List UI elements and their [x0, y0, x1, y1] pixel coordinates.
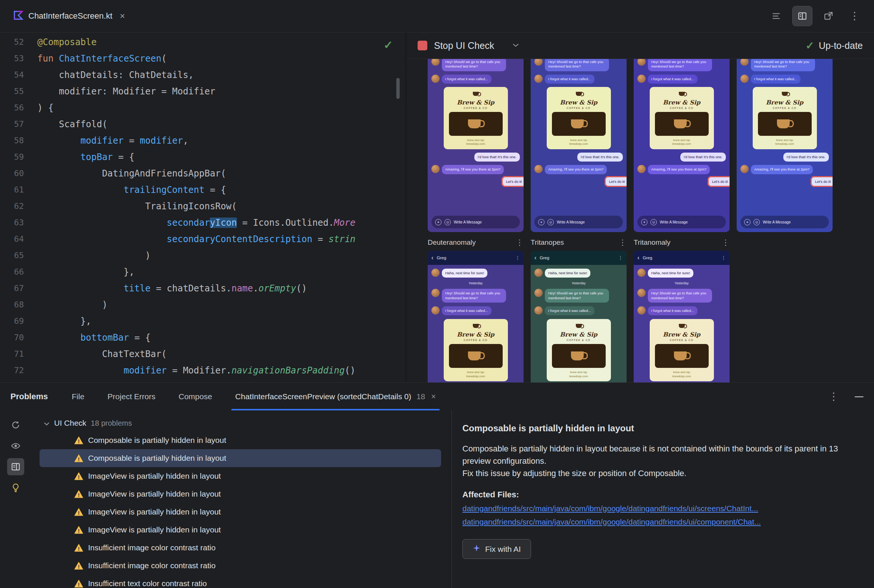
problem-item[interactable]: Composable is partially hidden in layout — [39, 449, 441, 467]
preview-phone[interactable]: Hey! Should we go to that cafe you menti… — [531, 59, 626, 232]
message-row: I forgot what it was called... — [535, 306, 623, 315]
tab-compose[interactable]: Compose — [179, 383, 212, 410]
more-icon: ⋮ — [619, 255, 623, 260]
chat-bubble: Haha, next time for sure! — [545, 268, 590, 278]
code-line[interactable]: 68 ) — [0, 297, 405, 313]
code-line[interactable]: 58 modifier = modifier, — [0, 132, 405, 149]
message-input[interactable]: +☺Write A Message — [535, 216, 623, 228]
code-text: modifier: Modifier = Modifier — [37, 83, 215, 100]
preview-phone[interactable]: ‹Greg⋮Haha, next time for sure!Yesterday… — [634, 251, 730, 382]
preview-phone[interactable]: ‹Greg⋮Haha, next time for sure!Yesterday… — [428, 251, 524, 382]
problem-item[interactable]: ImageView is partially hidden in layout — [39, 521, 441, 539]
chat-bubble: Hey! Should we go to that cafe you menti… — [442, 59, 506, 71]
editor-more-icon[interactable]: ⋮ — [845, 6, 864, 26]
tab-count-badge: 18 — [416, 392, 425, 401]
affected-file-link[interactable]: datingandfriends/src/main/java/com/ibm/g… — [463, 518, 856, 526]
code-line[interactable]: 66 }, — [0, 264, 405, 280]
code-line[interactable]: 73 onAddClick = {} — [0, 379, 405, 382]
code-line[interactable]: 55 modifier: Modifier = Modifier — [0, 83, 405, 100]
line-number: 72 — [0, 362, 37, 379]
tab-close-icon[interactable]: × — [431, 392, 436, 402]
editor-scrollbar[interactable] — [396, 78, 400, 99]
preview-phone[interactable]: ‹Greg⋮Haha, next time for sure!Yesterday… — [531, 251, 626, 382]
code-line[interactable]: 61 trailingContent = { — [0, 182, 405, 198]
avatar — [431, 268, 440, 277]
code-line[interactable]: 71 ChatTextBar( — [0, 346, 405, 362]
code-line[interactable]: 72 modifier = Modifier.navigationBarsPad… — [0, 362, 405, 379]
tab-project-errors[interactable]: Project Errors — [108, 383, 155, 410]
code-line[interactable]: 64 secondaryContentDescription = strin — [0, 231, 405, 248]
variant-more-icon[interactable]: ⋮ — [516, 238, 524, 247]
preview-phone[interactable]: Hey! Should we go to that cafe you menti… — [737, 59, 833, 232]
problems-toolbar-rail — [0, 410, 32, 588]
code-line[interactable]: 56) { — [0, 100, 405, 116]
code-line[interactable]: 52@Composable — [0, 34, 405, 50]
stop-ui-check-button[interactable]: Stop UI Check — [434, 40, 494, 51]
problem-label: ImageView is partially hidden in layout — [88, 472, 221, 480]
variant-more-icon[interactable]: ⋮ — [722, 238, 730, 247]
code-line[interactable]: 63 secondaryIcon = Icons.Outlined.More — [0, 214, 405, 231]
message-input[interactable]: +☺Write A Message — [637, 216, 726, 228]
problem-item[interactable]: Insufficient image color contrast ratio — [39, 556, 441, 574]
split-view-icon[interactable] — [793, 6, 812, 26]
message-placeholder: Write A Message — [763, 220, 791, 224]
code-line[interactable]: 59 topBar = { — [0, 149, 405, 165]
refresh-icon[interactable] — [7, 416, 24, 434]
tab-close-icon[interactable]: × — [120, 11, 125, 21]
chat-bubble: Amazing, I'll see you there at 2pm? — [545, 165, 607, 174]
message-row: Hey! Should we go to that cafe you menti… — [535, 289, 623, 303]
code-line[interactable]: 53fun ChatInterfaceScreen( — [0, 50, 405, 67]
line-number: 57 — [0, 116, 37, 132]
details-view-icon[interactable] — [7, 458, 24, 476]
emoji-icon: ☺ — [754, 219, 760, 225]
problems-group[interactable]: UI Check 18 problems — [32, 415, 452, 431]
design-view-icon[interactable] — [819, 6, 838, 26]
code-line[interactable]: 67 title = chatDetails.name.orEmpty() — [0, 280, 405, 297]
coffee-cup-icon — [782, 92, 788, 96]
code-line[interactable]: 57 Scaffold( — [0, 116, 405, 132]
code-line[interactable]: 69 }, — [0, 313, 405, 330]
code-line[interactable]: 62 TrailingIconsRow( — [0, 198, 405, 214]
chat-bubble: Hey! Should we go to that cafe you menti… — [545, 289, 609, 303]
code-line[interactable]: 70 bottomBar = { — [0, 330, 405, 346]
problem-item[interactable]: ImageView is partially hidden in layout — [39, 467, 441, 485]
code-line[interactable]: 54 chatDetails: ChatDetails, — [0, 67, 405, 83]
problem-item[interactable]: ImageView is partially hidden in layout — [39, 503, 441, 521]
code-line[interactable]: 65 ) — [0, 248, 405, 264]
code-editor[interactable]: 52@Composable53fun ChatInterfaceScreen(5… — [0, 33, 405, 382]
message-input[interactable]: +☺Write A Message — [740, 216, 829, 228]
problem-details-pane: Composable is partially hidden in layout… — [452, 410, 874, 588]
code-view-icon[interactable] — [766, 6, 786, 26]
warning-icon — [74, 472, 83, 480]
problem-item[interactable]: Insufficient text color contrast ratio — [39, 574, 441, 588]
tab-ui-check-preview[interactable]: ChatInterfaceScreenPreview (sortedChatDe… — [235, 383, 436, 410]
avatar — [431, 59, 440, 66]
code-text: @Composable — [37, 34, 97, 50]
card-url: brew&sip.com — [447, 375, 505, 378]
lightbulb-icon[interactable] — [7, 479, 24, 496]
fix-with-ai-button[interactable]: Fix with AI — [463, 539, 531, 559]
problems-more-icon[interactable]: ⋮ — [829, 392, 839, 402]
message-input[interactable]: +☺Write A Message — [431, 216, 520, 228]
variant-more-icon[interactable]: ⋮ — [619, 238, 626, 247]
minimize-icon[interactable] — [854, 396, 863, 398]
preview-phone[interactable]: Hey! Should we go to that cafe you menti… — [428, 59, 524, 232]
line-number: 55 — [0, 83, 37, 100]
tab-file[interactable]: File — [72, 383, 84, 410]
problem-item[interactable]: Composable is partially hidden in layout — [39, 431, 441, 449]
eye-icon[interactable] — [7, 437, 24, 454]
preview-phone[interactable]: Hey! Should we go to that cafe you menti… — [634, 59, 730, 232]
brew-sip-card: Brew & SipCOFFEE & CObrew and sipbrew&si… — [753, 87, 817, 149]
problem-item[interactable]: Insufficient image color contrast ratio — [39, 539, 441, 556]
affected-file-link[interactable]: datingandfriends/src/main/java/com/ibm/g… — [463, 504, 856, 513]
more-icon: ⋮ — [721, 255, 726, 260]
preview-canvas[interactable]: Hey! Should we go to that cafe you menti… — [406, 59, 874, 382]
chevron-down-icon[interactable] — [512, 42, 520, 49]
avatar — [535, 165, 543, 173]
avatar — [535, 306, 543, 315]
inspections-ok-icon[interactable]: ✓ — [384, 38, 393, 51]
warning-icon — [74, 526, 83, 534]
problem-item[interactable]: ImageView is partially hidden in layout — [39, 485, 441, 503]
code-line[interactable]: 60 DatingAndFriendsAppBar( — [0, 165, 405, 182]
editor-tab[interactable]: ChatInterfaceScreen.kt × — [10, 0, 129, 32]
